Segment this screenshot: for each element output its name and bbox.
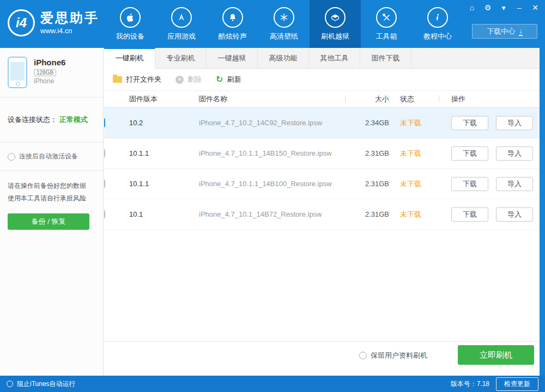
auto-activate-label: 连接后自动激活设备 <box>19 152 78 161</box>
tab-other-tools[interactable]: 其他工具 <box>309 48 360 69</box>
download-button[interactable]: 下载 <box>451 116 488 130</box>
block-itunes-radio[interactable] <box>7 381 13 387</box>
status-bar: 阻止iTunes自动运行 版本号：7.18 检查更新 <box>0 376 545 392</box>
nav-label: 应用游戏 <box>167 32 196 41</box>
nav-label: 工具箱 <box>376 32 397 41</box>
keep-user-data-option[interactable]: 保留用户资料刷机 <box>359 351 427 360</box>
skin-menu-icon[interactable]: ▾ <box>499 3 508 13</box>
firmware-version: 10.1.1 <box>129 149 199 157</box>
table-header: 固件版本 固件名称 大小 状态 操作 <box>104 90 540 108</box>
nav-item-tutorials[interactable]: 教程中心 <box>412 0 463 48</box>
row-actions: 下载 导入 <box>439 146 540 161</box>
keep-user-data-radio[interactable] <box>359 352 367 359</box>
window-controls: ⌂ ⚙ ▾ – ✕ <box>468 3 540 13</box>
tab-one-click-jailbreak[interactable]: 一键越狱 <box>207 48 258 69</box>
sidebar: iPhone6 128GB iPhone 设备连接状态：正常模式 连接后自动激活… <box>0 48 104 376</box>
nav-item-ringtones[interactable]: 酷炫铃声 <box>207 0 258 48</box>
header-status: 状态 <box>389 94 439 104</box>
app-logo: i4 <box>8 9 35 36</box>
tab-bar-filler <box>411 48 540 69</box>
main-content: 一键刷机 专业刷机 一键越狱 高级功能 其他工具 固件下载 打开文件夹 ✕ 删除… <box>104 48 540 376</box>
nav-item-wallpapers[interactable]: 高清壁纸 <box>258 0 310 48</box>
table-row[interactable]: 10.1.1 iPhone_4.7_10.1.1_14B150_Restore.… <box>104 138 540 169</box>
nav-item-toolbox[interactable]: 工具箱 <box>361 0 412 48</box>
status-badge: 未下载 <box>389 118 439 128</box>
row-radio[interactable] <box>104 210 105 219</box>
toolbox-icon <box>376 7 397 28</box>
app-title: 爱思助手 <box>40 11 99 25</box>
firmware-version: 10.1 <box>129 210 199 218</box>
download-icon: ↓ <box>519 27 523 36</box>
block-itunes-option[interactable]: 阻止iTunes自动运行 <box>7 379 76 389</box>
nav-item-apps-games[interactable]: 应用游戏 <box>156 0 207 48</box>
delete-icon: ✕ <box>175 76 184 84</box>
wallpaper-icon <box>274 7 294 28</box>
nav-item-flash-jailbreak[interactable]: 刷机越狱 <box>310 0 361 48</box>
download-center-button[interactable]: 下载中心 ↓ <box>472 24 537 39</box>
app-url: www.i4.cn <box>40 27 99 35</box>
folder-icon <box>113 76 122 83</box>
main-nav: 我的设备 应用游戏 酷炫铃声 高清壁纸 <box>105 0 463 48</box>
toolbar: 打开文件夹 ✕ 删除 ↻ 刷新 <box>104 69 540 90</box>
flash-action-bar: 保留用户资料刷机 立即刷机 <box>104 341 540 367</box>
import-button[interactable]: 导入 <box>496 146 533 161</box>
iphone-icon <box>8 57 27 88</box>
backup-restore-button[interactable]: 备份 / 恢复 <box>8 213 89 230</box>
settings-gear-icon[interactable]: ⚙ <box>483 3 492 13</box>
warning-section: 请在操作前备份好您的数据 使用本工具请自行承担风险 备份 / 恢复 <box>0 171 103 241</box>
tab-advanced-features[interactable]: 高级功能 <box>258 48 309 69</box>
connection-status-label: 设备连接状态： <box>8 115 57 124</box>
row-radio[interactable] <box>104 118 105 127</box>
download-button[interactable]: 下载 <box>451 207 488 222</box>
jailbreak-icon <box>325 7 346 28</box>
refresh-label: 刷新 <box>227 75 241 84</box>
bell-icon <box>222 7 243 28</box>
import-button[interactable]: 导入 <box>496 116 533 130</box>
info-icon <box>427 7 448 28</box>
nav-label: 高清壁纸 <box>270 32 298 41</box>
minimize-icon[interactable]: – <box>515 3 524 13</box>
firmware-size: 2.31GB <box>346 149 389 157</box>
nav-item-my-devices[interactable]: 我的设备 <box>105 0 156 48</box>
tab-pro-flash[interactable]: 专业刷机 <box>155 48 207 69</box>
auto-activate-option[interactable]: 连接后自动激活设备 <box>0 143 103 171</box>
tab-firmware-download[interactable]: 固件下载 <box>360 48 411 69</box>
import-button[interactable]: 导入 <box>496 177 533 191</box>
firmware-version: 10.1.1 <box>129 180 199 188</box>
version-text: 版本号：7.18 <box>451 379 489 389</box>
table-row[interactable]: 10.2 iPhone_4.7_10.2_14C92_Restore.ipsw … <box>104 108 540 138</box>
import-button[interactable]: 导入 <box>496 207 533 222</box>
connection-status-value: 正常模式 <box>59 115 88 124</box>
delete-button[interactable]: ✕ 删除 <box>175 75 202 84</box>
firmware-name: iPhone_4.7_10.1.1_14B100_Restore.ipsw <box>199 180 346 188</box>
download-button[interactable]: 下载 <box>451 146 488 161</box>
nav-label: 教程中心 <box>423 32 452 41</box>
tab-one-click-flash[interactable]: 一键刷机 <box>104 48 155 69</box>
status-badge: 未下载 <box>389 210 439 219</box>
refresh-icon: ↻ <box>216 75 223 84</box>
footer-right: 版本号：7.18 检查更新 <box>451 377 538 391</box>
window-right-border <box>540 48 545 376</box>
download-button[interactable]: 下载 <box>451 177 488 191</box>
table-row[interactable]: 10.1.1 iPhone_4.7_10.1.1_14B100_Restore.… <box>104 169 540 199</box>
row-actions: 下载 导入 <box>439 116 540 130</box>
firmware-name: iPhone_4.7_10.2_14C92_Restore.ipsw <box>199 119 346 127</box>
home-icon[interactable]: ⌂ <box>468 3 476 13</box>
flash-now-button[interactable]: 立即刷机 <box>458 345 534 365</box>
device-info: iPhone6 128GB iPhone <box>0 48 103 97</box>
refresh-button[interactable]: ↻ 刷新 <box>216 75 241 84</box>
auto-activate-radio[interactable] <box>8 153 15 161</box>
open-folder-button[interactable]: 打开文件夹 <box>113 75 161 84</box>
row-radio[interactable] <box>104 179 105 188</box>
block-itunes-label: 阻止iTunes自动运行 <box>17 379 76 389</box>
row-radio[interactable] <box>104 149 105 158</box>
check-update-button[interactable]: 检查更新 <box>496 377 538 391</box>
delete-label: 删除 <box>187 75 202 84</box>
table-row[interactable]: 10.1 iPhone_4.7_10.1_14B72_Restore.ipsw … <box>104 199 540 230</box>
device-model: iPhone <box>34 77 65 85</box>
firmware-name: iPhone_4.7_10.1.1_14B150_Restore.ipsw <box>199 149 346 157</box>
device-capacity-badge: 128GB <box>34 69 56 76</box>
close-icon[interactable]: ✕ <box>531 3 540 13</box>
status-badge: 未下载 <box>389 179 439 189</box>
firmware-size: 2.34GB <box>346 119 389 127</box>
